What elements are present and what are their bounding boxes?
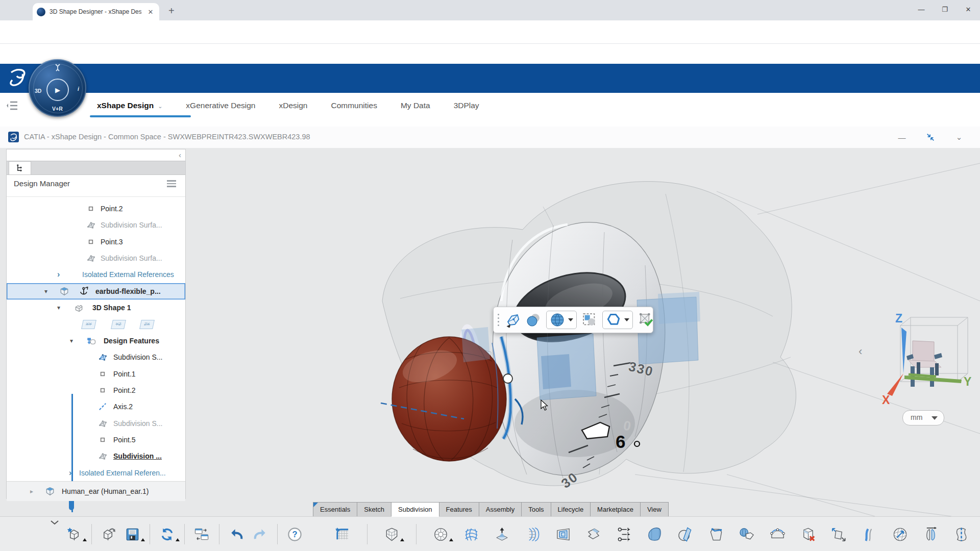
polygon-dropdown[interactable] [602,311,633,329]
tree-item[interactable]: Subdivision S... [7,415,185,432]
compass-3d-label[interactable]: 3D [35,88,41,94]
manipulator-handle[interactable] [503,374,512,383]
tree-item[interactable]: Point.2 [7,382,185,398]
plane-yz-icon[interactable]: YZ [111,320,126,329]
unfold-surface-button[interactable] [831,527,847,542]
duplicate-spheres-icon[interactable] [526,312,541,328]
subdivision-cylinder-button[interactable] [433,527,449,542]
help-button[interactable]: ? [287,527,303,542]
flyout-caret-icon[interactable] [400,538,404,541]
tree-item[interactable]: ▾earbud-flexible_p... [7,283,185,299]
tree-item[interactable]: Point.5 [7,432,185,448]
tree-item[interactable]: ▾Design Features [7,333,185,349]
extrude-face-button[interactable] [494,527,510,542]
expand-link-icon[interactable]: › [57,266,60,283]
catia-minimize-icon[interactable]: — [894,131,910,144]
wrap-sphere-button[interactable] [892,527,908,542]
ribbon-tab-features[interactable]: Features [439,502,479,517]
mirror-body-button[interactable] [923,527,939,542]
panel-collapse-icon[interactable]: ‹ [179,151,181,159]
chevron-down-icon[interactable]: ⌄ [158,103,162,109]
validate-icon[interactable] [638,312,653,328]
ribbon-tab-assembly[interactable]: Assembly [479,502,522,517]
toolbar-collapse-icon[interactable] [49,519,60,526]
tree-item[interactable]: Point.2 [7,201,185,217]
expand-link-icon[interactable]: › [69,465,71,481]
edit-subdivision-icon[interactable] [505,312,521,328]
refresh-button[interactable] [159,527,175,542]
tree-item[interactable]: Point.1 [7,366,185,382]
panel-toggle-icon[interactable] [6,99,19,112]
bend-face-button[interactable] [525,527,541,542]
tree-item[interactable]: Subdivision Surfa... [7,217,185,233]
tree-item[interactable]: Subdivision Surfa... [7,250,185,266]
weld-join-button[interactable] [739,527,755,542]
nav-tab-my-data[interactable]: My Data [401,101,430,110]
compass-play-icon[interactable]: ▶ [46,79,69,101]
plane-zx-icon[interactable]: ZX [139,320,155,329]
ribbon-tab-tools[interactable]: Tools [521,502,551,517]
display-sphere-icon[interactable] [550,312,565,328]
tree-item[interactable]: ▾3D Shape 1 [7,299,185,316]
nav-tab-communities[interactable]: Communities [331,101,377,110]
display-sphere-dropdown[interactable] [546,311,577,329]
catia-chevron-down-icon[interactable]: ⌄ [951,131,967,144]
nav-tab-xshape-design[interactable]: xShape Design⌄ [97,101,162,110]
tree-item[interactable]: Subdivision S... [7,349,185,365]
window-minimize-icon[interactable]: — [910,0,933,18]
fill-patch-button[interactable] [647,527,663,542]
expander-down-icon[interactable]: ▾ [57,299,60,316]
open-shape-button[interactable] [101,527,117,542]
expander-down-icon[interactable]: ▾ [44,283,47,299]
split-body-button[interactable] [678,527,694,542]
catia-collapse-icon[interactable] [923,131,938,144]
tree-item[interactable]: Subdivision ... [7,448,185,464]
symmetry-button[interactable] [953,527,969,542]
compass-vr-label[interactable]: V+R [52,106,63,112]
panel-menu-icon[interactable] [167,180,176,187]
units-dropdown[interactable]: mm [902,410,944,425]
plane-xy-icon[interactable]: XY [81,320,96,329]
ribbon-tab-essentials[interactable]: Essentials [313,502,357,517]
new-tab-button[interactable]: + [168,5,175,17]
subdivision-surface-button[interactable] [463,527,479,542]
tree-tab[interactable] [9,161,31,174]
flow-curve-button[interactable] [862,527,877,542]
undo-button[interactable] [229,527,244,542]
triad-x-axis[interactable] [887,373,903,396]
triad-z-axis[interactable] [901,328,906,373]
bridge-faces-button[interactable] [770,527,786,542]
project-curve-button[interactable] [708,527,724,542]
tree-item[interactable]: ›Isolated External Referen... [7,465,185,481]
match-constraint-button[interactable] [617,527,632,542]
flyout-caret-icon[interactable] [83,538,87,541]
inset-face-button[interactable] [555,527,571,542]
window-maximize-icon[interactable]: ❐ [933,0,957,18]
tree-item[interactable]: Point.3 [7,234,185,250]
tree-item[interactable]: ›Isolated External References [7,266,185,283]
nav-tab-xdesign[interactable]: xDesign [279,101,307,110]
transfer-button[interactable] [194,527,210,542]
nav-tab-3dplay[interactable]: 3DPlay [454,101,479,110]
ribbon-tab-marketplace[interactable]: Marketplace [590,502,641,517]
ribbon-tab-view[interactable]: View [640,502,669,517]
flyout-caret-icon[interactable] [176,538,180,541]
viewport-panel-chevron-icon[interactable]: ‹ [859,345,862,358]
flyout-caret-icon[interactable] [141,538,145,541]
tree-item[interactable]: ▸Human_ear (Human_ear.1) [7,481,185,501]
tree-plane-row[interactable]: XYYZZX [7,316,185,332]
compass-person-icon[interactable] [54,63,61,71]
compass-i-label[interactable]: i [78,86,79,92]
expander-down-icon[interactable]: ▾ [70,333,73,349]
expander-right-icon[interactable]: ▸ [30,482,33,501]
view-triad[interactable]: Z X Y [881,309,974,405]
new-shape-button[interactable] [66,527,82,542]
toolbar-drag-handle[interactable] [498,314,499,326]
polygon-icon[interactable] [606,312,621,328]
sketch-pad-button[interactable] [335,527,351,542]
chevron-down-icon[interactable] [568,318,573,321]
ribbon-tab-subdivision[interactable]: Subdivision [391,502,439,517]
tab-close-icon[interactable]: ✕ [146,8,155,16]
flyout-caret-icon[interactable] [449,538,453,541]
browser-tab[interactable]: 3D Shape Designer - xShape Desi ✕ [33,3,159,20]
